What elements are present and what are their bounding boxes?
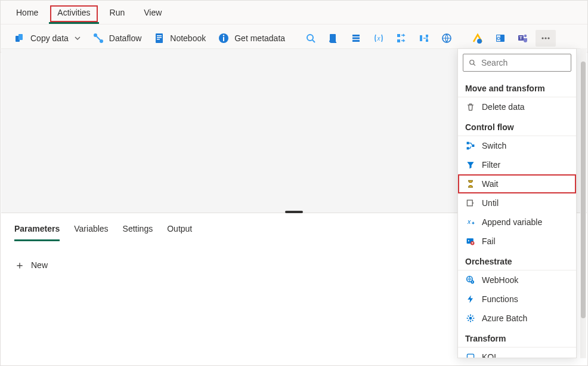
switch-icon xyxy=(465,140,476,151)
tab-variables-label: Variables xyxy=(74,224,108,233)
set-variable-icon[interactable]: x xyxy=(369,30,389,47)
panel-scrollbar-thumb[interactable] xyxy=(581,61,586,318)
group-heading: Transform xyxy=(458,328,576,347)
activity-item-switch[interactable]: Switch xyxy=(458,136,576,155)
activity-item-label: Append variable xyxy=(482,217,542,227)
more-activities-button[interactable] xyxy=(536,30,556,47)
activity-item-until[interactable]: Until xyxy=(458,193,576,213)
dataflow-icon xyxy=(92,32,104,44)
script-icon[interactable] xyxy=(323,30,343,47)
teams-icon[interactable]: T xyxy=(513,30,533,47)
svg-rect-5 xyxy=(157,35,162,36)
fail-icon xyxy=(465,236,476,247)
menu-run[interactable]: Run xyxy=(101,4,134,24)
funnel-icon xyxy=(465,159,476,170)
search-box[interactable] xyxy=(463,54,571,72)
search-icon xyxy=(468,59,476,67)
menu-activities-label: Activities xyxy=(57,8,90,17)
svg-point-11 xyxy=(307,35,313,41)
activity-item-filter[interactable]: Filter xyxy=(458,155,576,174)
split-handle[interactable] xyxy=(285,211,303,213)
foreach-icon[interactable] xyxy=(391,30,411,47)
activity-item-webhook[interactable]: WebHook xyxy=(458,270,576,290)
group-items: WebHookFunctionsAzure Batch xyxy=(458,270,576,328)
activity-item-fail[interactable]: Fail xyxy=(458,232,576,251)
tab-settings-label: Settings xyxy=(123,224,153,233)
invoke-pipeline-icon[interactable] xyxy=(468,30,488,47)
app-root: Home Activities Run View Copy data Dataf… xyxy=(0,0,588,366)
svg-point-23 xyxy=(477,39,482,44)
group-heading: Move and transform xyxy=(458,78,576,97)
svg-rect-6 xyxy=(157,37,162,38)
activity-item-azure-batch[interactable]: Azure Batch xyxy=(458,309,576,328)
activity-item-label: Azure Batch xyxy=(482,313,527,323)
svg-rect-21 xyxy=(426,39,428,42)
menu-activities[interactable]: Activities xyxy=(49,4,98,24)
bolt-icon xyxy=(465,294,476,305)
svg-point-30 xyxy=(541,37,543,39)
new-parameter-label: New xyxy=(31,260,48,270)
svg-text:O: O xyxy=(497,36,500,41)
group-items: SwitchFilterWaitUntilxAppend variableFai… xyxy=(458,136,576,251)
activity-item-label: Functions xyxy=(482,294,518,304)
search-input[interactable] xyxy=(481,58,577,67)
copy-data-icon xyxy=(14,32,26,44)
notebook-button[interactable]: Notebook xyxy=(148,29,211,47)
xplus-icon: x xyxy=(465,217,476,227)
svg-rect-45 xyxy=(467,354,474,358)
tab-variables[interactable]: Variables xyxy=(74,222,108,241)
svg-point-10 xyxy=(223,35,224,36)
svg-rect-35 xyxy=(467,147,469,149)
svg-rect-1 xyxy=(18,34,23,40)
svg-rect-14 xyxy=(352,38,360,39)
office365-icon[interactable]: O xyxy=(490,30,510,47)
svg-rect-7 xyxy=(157,39,160,40)
info-icon xyxy=(218,32,230,44)
activities-dropdown-panel: Move and transformDelete dataControl flo… xyxy=(457,48,577,358)
activity-item-append-variable[interactable]: xAppend variable xyxy=(458,213,576,232)
menu-view[interactable]: View xyxy=(135,4,170,24)
svg-rect-18 xyxy=(397,39,400,42)
svg-rect-9 xyxy=(223,37,224,41)
svg-text:x: x xyxy=(467,219,471,225)
menu-run-label: Run xyxy=(110,8,125,17)
get-metadata-button[interactable]: Get metadata xyxy=(213,29,290,47)
svg-rect-17 xyxy=(397,34,400,37)
web-icon[interactable] xyxy=(437,30,457,47)
svg-rect-12 xyxy=(330,34,336,42)
notebook-icon xyxy=(153,32,165,44)
menu-home-label: Home xyxy=(16,8,38,17)
notebook-label: Notebook xyxy=(170,33,206,43)
activity-item-kql[interactable]: KQL xyxy=(458,347,576,358)
if-condition-icon[interactable] xyxy=(414,30,434,47)
menu-home[interactable]: Home xyxy=(8,4,47,24)
activity-item-functions[interactable]: Functions xyxy=(458,290,576,309)
tab-settings[interactable]: Settings xyxy=(123,222,153,241)
activity-item-wait[interactable]: Wait xyxy=(458,174,576,193)
activity-item-delete-data[interactable]: Delete data xyxy=(458,97,576,116)
globe-gear-icon xyxy=(465,275,476,285)
svg-text:T: T xyxy=(519,35,522,41)
stored-proc-icon[interactable] xyxy=(346,30,366,47)
svg-rect-36 xyxy=(472,144,474,147)
tab-output[interactable]: Output xyxy=(167,222,192,241)
loop-icon xyxy=(465,198,476,208)
lookup-icon[interactable] xyxy=(301,30,321,47)
chevron-down-icon xyxy=(75,35,81,41)
menubar: Home Activities Run View xyxy=(1,1,587,24)
svg-rect-20 xyxy=(426,35,428,37)
hourglass-icon xyxy=(465,179,476,189)
kql-icon xyxy=(465,352,476,358)
tab-parameters[interactable]: Parameters xyxy=(14,222,60,241)
dataflow-label: Dataflow xyxy=(109,33,141,43)
svg-point-43 xyxy=(472,281,473,282)
get-metadata-label: Get metadata xyxy=(234,33,285,43)
trash-icon xyxy=(465,102,476,112)
group-heading: Control flow xyxy=(458,116,576,136)
svg-point-31 xyxy=(544,37,546,39)
panel-scrollbar-track[interactable] xyxy=(580,48,586,358)
copy-data-button[interactable]: Copy data xyxy=(9,29,85,47)
dataflow-button[interactable]: Dataflow xyxy=(88,29,146,47)
gear-icon xyxy=(465,313,476,324)
svg-rect-13 xyxy=(352,35,360,36)
